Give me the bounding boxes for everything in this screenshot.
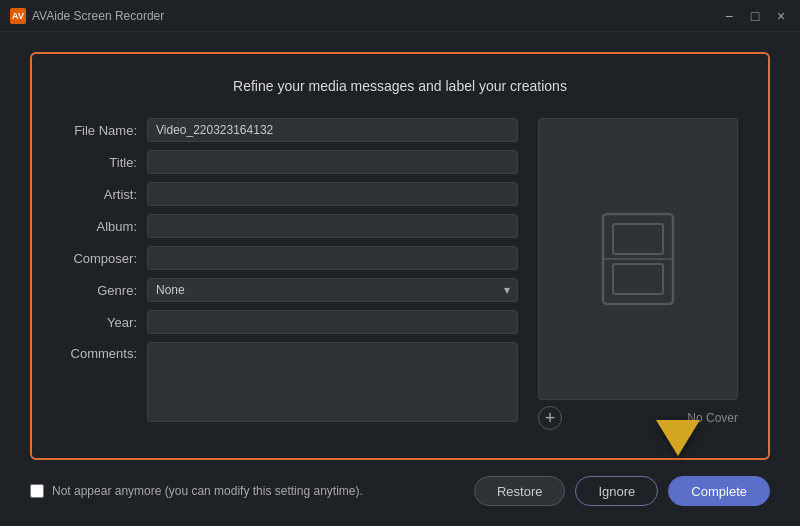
- checkbox-label: Not appear anymore (you can modify this …: [52, 484, 363, 498]
- artist-label: Artist:: [62, 187, 147, 202]
- svg-rect-2: [613, 264, 663, 294]
- dialog-box: Refine your media messages and label you…: [30, 52, 770, 460]
- bottom-area: Not appear anymore (you can modify this …: [30, 460, 770, 506]
- genre-row: Genre: None Rock Pop Jazz Classical Elec…: [62, 278, 518, 302]
- restore-button[interactable]: Restore: [474, 476, 566, 506]
- artist-input[interactable]: [147, 182, 518, 206]
- maximize-button[interactable]: □: [746, 7, 764, 25]
- title-input[interactable]: [147, 150, 518, 174]
- cover-art-footer: + No Cover: [538, 400, 738, 430]
- ignore-button[interactable]: Ignore: [575, 476, 658, 506]
- comments-input[interactable]: [147, 342, 518, 422]
- cover-art-placeholder: [593, 204, 683, 314]
- add-cover-button[interactable]: +: [538, 406, 562, 430]
- dialog-title: Refine your media messages and label you…: [62, 78, 738, 94]
- album-row: Album:: [62, 214, 518, 238]
- year-row: Year:: [62, 310, 518, 334]
- year-label: Year:: [62, 315, 147, 330]
- composer-label: Composer:: [62, 251, 147, 266]
- form-fields: File Name: Title: Artist: Album:: [62, 118, 518, 430]
- file-name-label: File Name:: [62, 123, 147, 138]
- svg-rect-1: [613, 224, 663, 254]
- close-button[interactable]: ×: [772, 7, 790, 25]
- complete-button[interactable]: Complete: [668, 476, 770, 506]
- title-bar: AV AVAide Screen Recorder − □ ×: [0, 0, 800, 32]
- title-label: Title:: [62, 155, 147, 170]
- buttons-area: Restore Ignore Complete: [474, 476, 770, 506]
- checkbox-area: Not appear anymore (you can modify this …: [30, 484, 363, 498]
- genre-select-wrapper: None Rock Pop Jazz Classical Electronic …: [147, 278, 518, 302]
- film-icon: [593, 204, 683, 314]
- genre-select[interactable]: None Rock Pop Jazz Classical Electronic …: [147, 278, 518, 302]
- title-row: Title:: [62, 150, 518, 174]
- composer-input[interactable]: [147, 246, 518, 270]
- comments-row: Comments:: [62, 342, 518, 430]
- cover-art-area: + No Cover: [538, 118, 738, 430]
- comments-label: Comments:: [62, 342, 147, 361]
- year-input[interactable]: [147, 310, 518, 334]
- genre-label: Genre:: [62, 283, 147, 298]
- main-content: Refine your media messages and label you…: [0, 32, 800, 526]
- cover-art-box: [538, 118, 738, 400]
- no-cover-text: No Cover: [687, 411, 738, 425]
- not-appear-checkbox[interactable]: [30, 484, 44, 498]
- artist-row: Artist:: [62, 182, 518, 206]
- file-name-input[interactable]: [147, 118, 518, 142]
- album-input[interactable]: [147, 214, 518, 238]
- album-label: Album:: [62, 219, 147, 234]
- title-bar-left: AV AVAide Screen Recorder: [10, 8, 164, 24]
- composer-row: Composer:: [62, 246, 518, 270]
- app-title: AVAide Screen Recorder: [32, 9, 164, 23]
- file-name-row: File Name:: [62, 118, 518, 142]
- form-area: File Name: Title: Artist: Album:: [62, 118, 738, 430]
- title-bar-controls: − □ ×: [720, 7, 790, 25]
- minimize-button[interactable]: −: [720, 7, 738, 25]
- app-icon: AV: [10, 8, 26, 24]
